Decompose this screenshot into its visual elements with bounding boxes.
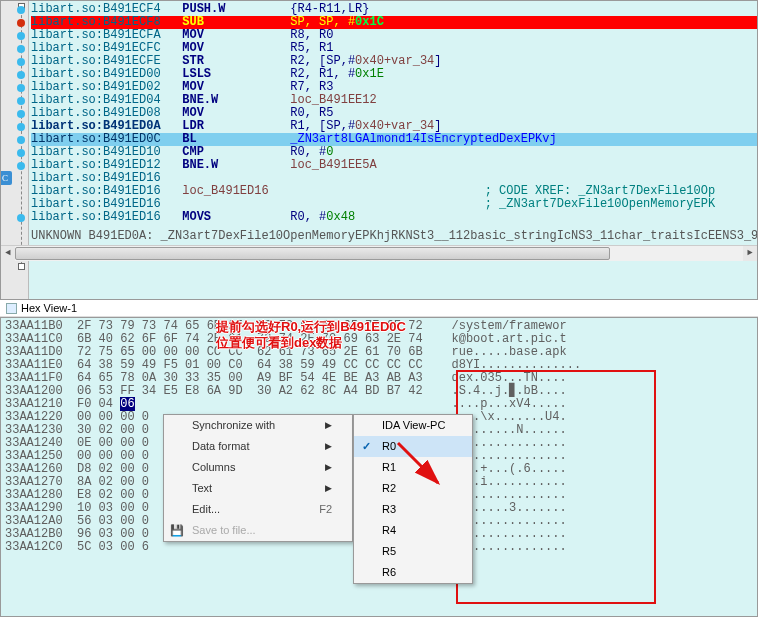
sync-option-r3[interactable]: R3: [354, 499, 472, 520]
gutter-badge: C: [0, 171, 12, 185]
breakpoint-dot-icon[interactable]: [17, 214, 25, 222]
breakpoint-dot-icon[interactable]: [17, 149, 25, 157]
disassembly-pane[interactable]: C libart.so:B491ECF4 PUSH.W {R4-R11,LR}l…: [0, 0, 758, 300]
breakpoint-dot-icon[interactable]: [17, 32, 25, 40]
hexview-pane[interactable]: 33AA11B0 2F 73 79 73 74 65 6D 2F 66 72 6…: [0, 317, 758, 617]
disasm-unknown-line: UNKNOWN B491ED0A: _ZN3art7DexFile10OpenM…: [31, 230, 757, 243]
sync-option-r2[interactable]: R2: [354, 478, 472, 499]
hexview-title: Hex View-1: [21, 302, 77, 314]
save-icon: 💾: [170, 524, 184, 537]
submenu-arrow-icon: ▶: [325, 419, 332, 432]
sync-option-r5[interactable]: R5: [354, 541, 472, 562]
scroll-left-icon[interactable]: ◄: [1, 246, 15, 261]
sync-option-r4[interactable]: R4: [354, 520, 472, 541]
breakpoint-dot-icon[interactable]: [17, 45, 25, 53]
ctx-item-save-to-file-: 💾Save to file...: [164, 520, 352, 541]
sync-submenu[interactable]: IDA View-PC✓R0R1R2R3R4R5R6: [353, 414, 473, 584]
submenu-arrow-icon: ▶: [325, 440, 332, 453]
submenu-arrow-icon: ▶: [325, 482, 332, 495]
scroll-right-icon[interactable]: ►: [743, 246, 757, 261]
breakpoint-dot-icon[interactable]: [17, 110, 25, 118]
sync-option-r0[interactable]: ✓R0: [354, 436, 472, 457]
hexview-title-bar[interactable]: Hex View-1: [0, 300, 758, 317]
breakpoint-dot-icon[interactable]: [17, 71, 25, 79]
breakpoint-dot-icon[interactable]: [17, 84, 25, 92]
sync-option-r6[interactable]: R6: [354, 562, 472, 583]
breakpoint-dot-icon[interactable]: [17, 6, 25, 14]
sync-option-r1[interactable]: R1: [354, 457, 472, 478]
breakpoint-dot-icon[interactable]: [17, 58, 25, 66]
submenu-arrow-icon: ▶: [325, 461, 332, 474]
ctx-item-columns[interactable]: Columns▶: [164, 457, 352, 478]
scroll-thumb[interactable]: [15, 247, 610, 260]
disasm-scrollbar-h[interactable]: ◄ ►: [1, 245, 757, 261]
disasm-content[interactable]: libart.so:B491ECF4 PUSH.W {R4-R11,LR}lib…: [1, 1, 757, 226]
breakpoint-dot-icon[interactable]: [17, 136, 25, 144]
disasm-line[interactable]: libart.so:B491ED16 MOVS R0, #0x48: [31, 211, 757, 224]
breakpoint-dot-icon[interactable]: [17, 97, 25, 105]
sync-option-ida-view-pc[interactable]: IDA View-PC: [354, 415, 472, 436]
ctx-item-text[interactable]: Text▶: [164, 478, 352, 499]
ctx-item-synchronize-with[interactable]: Synchronize with▶: [164, 415, 352, 436]
breakpoint-dot-icon[interactable]: [17, 162, 25, 170]
context-menu[interactable]: Synchronize with▶Data format▶Columns▶Tex…: [163, 414, 353, 542]
ctx-item-data-format[interactable]: Data format▶: [164, 436, 352, 457]
ctx-item-edit-[interactable]: Edit...F2: [164, 499, 352, 520]
breakpoint-dot-icon[interactable]: [17, 123, 25, 131]
hexview-icon: [6, 303, 17, 314]
check-icon: ✓: [362, 440, 371, 453]
breakpoint-dot-icon[interactable]: [17, 19, 25, 27]
